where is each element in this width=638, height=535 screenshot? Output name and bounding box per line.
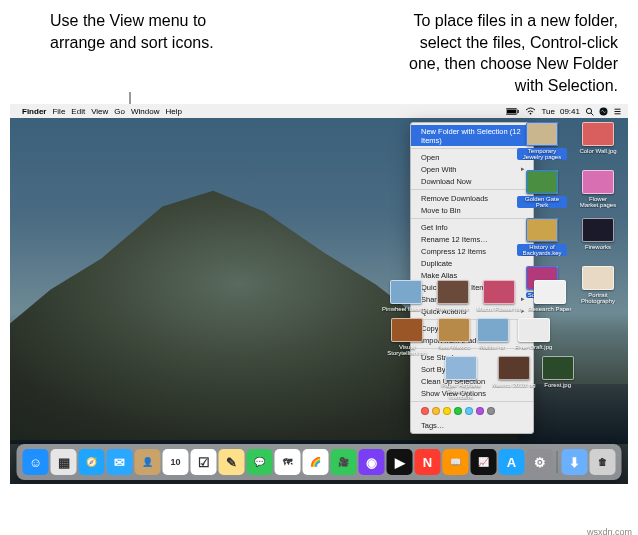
desktop-file-icon[interactable]: Macro Flower.jpg — [476, 280, 522, 312]
maps-icon[interactable]: 🗺 — [275, 449, 301, 475]
file-label: Fireworks — [585, 244, 611, 250]
contacts-icon[interactable]: 👤 — [135, 449, 161, 475]
context-menu-item[interactable]: Tags… — [411, 419, 533, 431]
desktop-file-icon[interactable]: History of Backyards.key — [516, 218, 568, 262]
tag-color-dot[interactable] — [487, 407, 495, 415]
context-menu-item[interactable]: Compress 12 Items — [411, 245, 533, 257]
file-thumbnail — [582, 170, 614, 194]
menubar-item-edit[interactable]: Edit — [71, 107, 85, 116]
calendar-icon[interactable]: 10 — [163, 449, 189, 475]
context-menu-tags-row[interactable] — [411, 404, 533, 419]
preferences-icon[interactable]: ⚙ — [527, 449, 553, 475]
menubar-item-file[interactable]: File — [52, 107, 65, 116]
appstore-icon[interactable]: A — [499, 449, 525, 475]
desktop-file-icon[interactable]: Color Wall.jpg — [572, 122, 624, 166]
context-menu-item[interactable]: Rename 12 Items… — [411, 233, 533, 245]
menubar-item-go[interactable]: Go — [114, 107, 125, 116]
tv-icon[interactable]: ▶ — [387, 449, 413, 475]
file-thumbnail — [534, 280, 566, 304]
file-thumbnail — [582, 122, 614, 146]
tag-color-dot[interactable] — [454, 407, 462, 415]
desktop-file-icon[interactable]: Golden Gate Park — [516, 170, 568, 214]
downloads-icon[interactable]: ⬇ — [562, 449, 588, 475]
notification-center-icon[interactable] — [613, 107, 622, 116]
file-thumbnail — [518, 318, 550, 342]
dock: ☺▦🧭✉👤10☑✎💬🗺🌈🎥◉▶N📖📈A⚙⬇🗑 — [17, 444, 622, 480]
desktop-file-icon[interactable]: The gang.jpg — [435, 280, 470, 312]
notes-icon[interactable]: ✎ — [219, 449, 245, 475]
books-icon[interactable]: 📖 — [443, 449, 469, 475]
desktop-file-icon[interactable]: Paper Airplane Experim…numbers — [436, 356, 486, 400]
trash-icon[interactable]: 🗑 — [590, 449, 616, 475]
menubar-item-help[interactable]: Help — [165, 107, 181, 116]
file-thumbnail — [437, 280, 469, 304]
file-thumbnail — [391, 318, 423, 342]
svg-rect-3 — [507, 109, 516, 113]
launchpad-icon[interactable]: ▦ — [51, 449, 77, 475]
menubar-time[interactable]: 09:41 — [560, 107, 580, 116]
file-thumbnail — [483, 280, 515, 304]
desktop-file-icon[interactable]: Pinwheel Idea.jpg — [382, 280, 429, 312]
desktop-file-icon[interactable]: Flyer Draft.jpg — [515, 318, 553, 356]
context-menu-item[interactable]: Duplicate — [411, 257, 533, 269]
desktop-file-icon[interactable]: Fireworks — [572, 218, 624, 262]
stocks-icon[interactable]: 📈 — [471, 449, 497, 475]
desktop-file-icon[interactable]: New Mexico — [438, 318, 471, 356]
file-thumbnail — [390, 280, 422, 304]
context-menu-item[interactable]: Get Info — [411, 221, 533, 233]
menubar-item-view[interactable]: View — [91, 107, 108, 116]
file-thumbnail — [477, 318, 509, 342]
tag-color-dot[interactable] — [421, 407, 429, 415]
file-label: Temporary Jewelry pages — [517, 148, 567, 160]
desktop-file-icon[interactable]: Flower Market.pages — [572, 170, 624, 214]
file-thumbnail — [526, 170, 558, 194]
desktop-file-icon[interactable]: Research Paper — [528, 280, 571, 312]
tag-color-dot[interactable] — [476, 407, 484, 415]
siri-icon[interactable] — [599, 107, 608, 116]
desktop-file-icon[interactable]: Malibu.jpg — [477, 318, 509, 356]
file-thumbnail — [582, 266, 614, 290]
facetime-icon[interactable]: 🎥 — [331, 449, 357, 475]
menubar-item-window[interactable]: Window — [131, 107, 159, 116]
file-label: Pinwheel Idea.jpg — [382, 306, 429, 312]
wifi-status-icon[interactable] — [525, 107, 536, 115]
menubar-app-name[interactable]: Finder — [22, 107, 46, 116]
menubar-day[interactable]: Tue — [541, 107, 555, 116]
photos-icon[interactable]: 🌈 — [303, 449, 329, 475]
tag-color-dot[interactable] — [465, 407, 473, 415]
reminders-icon[interactable]: ☑ — [191, 449, 217, 475]
file-label: Color Wall.jpg — [579, 148, 616, 154]
file-label: Visual Storytelling.jpg — [382, 344, 432, 356]
finder-icon[interactable]: ☺ — [23, 449, 49, 475]
svg-rect-4 — [518, 110, 519, 113]
tag-color-dot[interactable] — [432, 407, 440, 415]
news-icon[interactable]: N — [415, 449, 441, 475]
file-thumbnail — [498, 356, 530, 380]
podcasts-icon[interactable]: ◉ — [359, 449, 385, 475]
file-label: Paper Airplane Experim…numbers — [436, 382, 486, 400]
spotlight-icon[interactable] — [585, 107, 594, 116]
annotation-left: Use the View menu to arrange and sort ic… — [50, 10, 250, 96]
safari-icon[interactable]: 🧭 — [79, 449, 105, 475]
desktop-file-icon[interactable]: Mexico 2018.jpg — [492, 356, 536, 400]
desktop-file-icon[interactable]: Portrait Photography — [572, 266, 624, 310]
desktop-file-icon[interactable]: Forest.jpg — [542, 356, 574, 400]
context-menu-item[interactable]: Open With▸ — [411, 163, 533, 175]
annotation-right: To place files in a new folder, select t… — [388, 10, 618, 96]
svg-line-7 — [591, 113, 593, 115]
file-label: Flower Market.pages — [573, 196, 623, 208]
context-menu-item[interactable]: Open — [411, 151, 533, 163]
file-thumbnail — [526, 218, 558, 242]
context-menu-item[interactable]: Remove Downloads — [411, 192, 533, 204]
messages-icon[interactable]: 💬 — [247, 449, 273, 475]
context-menu-item[interactable]: Download Now — [411, 175, 533, 187]
desktop-file-icon[interactable]: Visual Storytelling.jpg — [382, 318, 432, 356]
file-label: Research Paper — [528, 306, 571, 312]
mail-icon[interactable]: ✉ — [107, 449, 133, 475]
desktop-file-icon[interactable]: Temporary Jewelry pages — [516, 122, 568, 166]
file-label: Forest.jpg — [544, 382, 571, 388]
tag-color-dot[interactable] — [443, 407, 451, 415]
battery-status-icon[interactable] — [506, 108, 520, 115]
context-menu-item[interactable]: New Folder with Selection (12 Items) — [411, 125, 533, 146]
context-menu-item[interactable]: Move to Bin — [411, 204, 533, 216]
